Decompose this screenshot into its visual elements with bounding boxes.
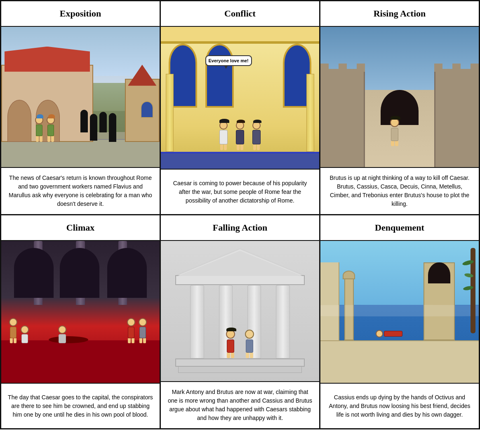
text-rising-action: Brutus is up at night thinking of a way … <box>320 167 479 214</box>
conspirator-red <box>127 318 135 343</box>
text-denouement: Cassius ends up dying by the hands of Oc… <box>320 383 479 428</box>
cell-climax: Climax <box>1 215 161 428</box>
text-conflict: Caesar is coming to power because of his… <box>161 169 319 214</box>
conspirator-gray <box>139 318 147 343</box>
row-1: Exposition <box>1 1 479 215</box>
character-marullus <box>47 116 55 142</box>
header-rising-action: Rising Action <box>320 1 479 27</box>
cell-falling-action: Falling Action <box>161 215 320 428</box>
cell-denouement: Denquement <box>320 215 479 428</box>
character-fallen-caesar <box>58 325 66 343</box>
storyboard: Exposition <box>0 0 480 429</box>
antony-character <box>226 330 235 358</box>
cell-conflict: Conflict Everyone love me! <box>161 1 320 214</box>
conspirator-white-kneeling <box>21 325 29 343</box>
scene-falling-action <box>161 241 319 381</box>
scene-denouement <box>320 241 479 383</box>
header-exposition: Exposition <box>1 1 160 27</box>
scene-conflict: Everyone love me! <box>161 27 319 169</box>
character-brutus <box>390 118 399 146</box>
scene-climax <box>1 241 160 383</box>
brutus-character-falling <box>245 330 254 358</box>
row-2: Climax <box>1 215 479 428</box>
lying-brutus <box>376 330 402 337</box>
character-conspirator2 <box>252 121 261 150</box>
cell-rising-action: Rising Action <box>320 1 479 214</box>
header-conflict: Conflict <box>161 1 319 27</box>
header-falling-action: Falling Action <box>161 215 319 241</box>
speech-bubble: Everyone love me! <box>205 55 252 66</box>
text-climax: The day that Caesar goes to the capital,… <box>1 383 160 428</box>
character-conspirator1 <box>236 121 244 150</box>
scene-exposition <box>1 27 160 167</box>
conspirator-orange <box>9 318 17 343</box>
character-caesar <box>219 121 228 150</box>
text-falling-action: Mark Antony and Brutus are now at war, c… <box>161 381 319 428</box>
cell-exposition: Exposition <box>1 1 161 214</box>
header-climax: Climax <box>1 215 160 241</box>
scene-rising-action <box>320 27 479 167</box>
header-denouement: Denquement <box>320 215 479 241</box>
character-flavius <box>35 116 43 142</box>
text-exposition: The news of Caesar's return is known thr… <box>1 167 160 214</box>
tree-trunk <box>471 248 475 333</box>
